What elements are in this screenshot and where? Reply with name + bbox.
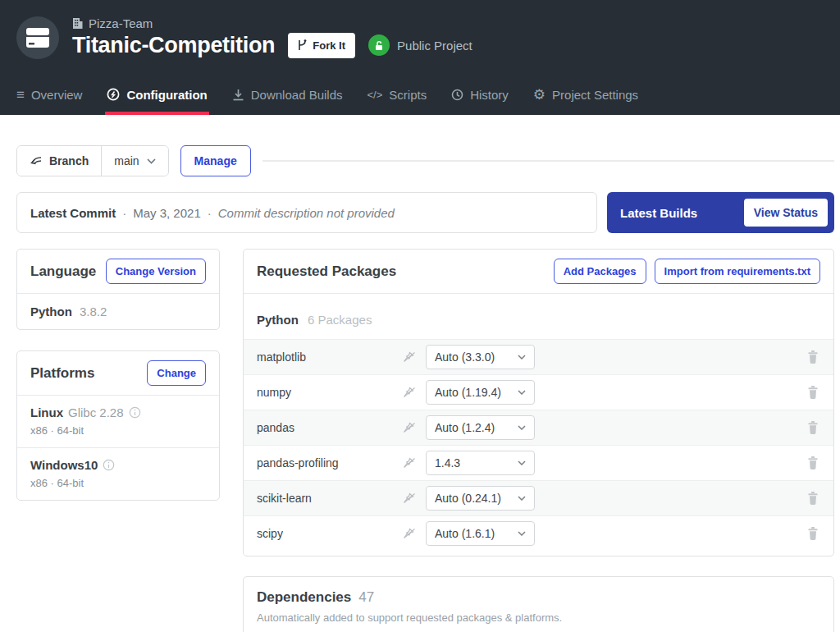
tab-history-label: History: [470, 88, 509, 102]
import-requirements-button[interactable]: Import from requirements.txt: [655, 259, 820, 284]
package-group-name: Python: [257, 313, 299, 327]
dependencies-title: Dependencies: [257, 589, 351, 606]
commit-row: Latest Commit · May 3, 2021 · Commit des…: [16, 192, 834, 233]
dependencies-subtitle: Automatically added to support requested…: [257, 611, 820, 624]
gear-icon: ⚙: [533, 88, 546, 102]
version-value: Auto (1.19.4): [435, 386, 501, 399]
app-header: Pizza-Team Titanic-Competition Fork It: [0, 0, 840, 74]
main-content: Branch main Manage Latest Commit · May 3…: [0, 115, 840, 632]
pin-disabled-icon[interactable]: [398, 386, 421, 399]
branch-label: Branch: [49, 154, 89, 167]
version-select[interactable]: Auto (1.19.4): [426, 380, 535, 405]
trash-icon: [807, 492, 819, 505]
latest-commit-bar: Latest Commit · May 3, 2021 · Commit des…: [16, 192, 597, 233]
version-select[interactable]: 1.4.3: [426, 451, 535, 475]
package-row: numpy Auto (1.19.4): [244, 374, 833, 410]
requested-packages-card: Requested Packages Add Packages Import f…: [243, 249, 834, 556]
tab-project-settings[interactable]: ⚙ Project Settings: [533, 74, 638, 115]
delete-package-button[interactable]: [806, 490, 820, 506]
info-icon[interactable]: [129, 406, 141, 419]
version-select[interactable]: Auto (1.2.4): [426, 415, 535, 440]
fork-icon: [298, 39, 307, 51]
delete-package-button[interactable]: [806, 384, 820, 401]
package-row: pandas Auto (1.2.4): [244, 410, 833, 445]
pin-disabled-icon[interactable]: [398, 492, 421, 505]
info-icon[interactable]: [103, 459, 115, 471]
version-value: Auto (3.3.0): [435, 350, 495, 364]
delete-package-button[interactable]: [806, 455, 820, 471]
trash-icon: [807, 421, 819, 434]
platforms-card-title: Platforms: [30, 365, 94, 382]
unlock-icon: [368, 34, 390, 56]
chevron-down-icon: [518, 531, 526, 536]
add-packages-button[interactable]: Add Packages: [554, 259, 646, 284]
menu-icon: ≡: [16, 88, 25, 102]
version-value: 1.4.3: [435, 456, 460, 469]
package-row: pandas-profiling 1.4.3: [244, 445, 833, 480]
tab-scripts-label: Scripts: [389, 88, 427, 102]
language-version: 3.8.2: [80, 305, 107, 318]
primary-nav: ≡ Overview Configuration Download Builds…: [0, 74, 840, 115]
chevron-down-icon: [518, 390, 526, 395]
separator-dot: ·: [122, 206, 126, 220]
version-value: Auto (1.2.4): [435, 421, 495, 434]
change-version-button[interactable]: Change Version: [106, 259, 206, 284]
branch-icon: [30, 156, 42, 166]
commit-date: May 3, 2021: [133, 206, 201, 220]
tab-scripts[interactable]: </> Scripts: [368, 74, 427, 115]
version-value: Auto (1.6.1): [435, 527, 495, 540]
language-row: Python 3.8.2: [17, 294, 219, 329]
visibility-label: Public Project: [397, 39, 472, 53]
chevron-down-icon: [147, 158, 156, 164]
separator-dot: ·: [208, 206, 212, 220]
change-platforms-button[interactable]: Change: [147, 360, 206, 386]
pin-disabled-icon[interactable]: [398, 350, 421, 364]
platform-row-windows: Windows10 x86 · 64-bit: [17, 447, 219, 500]
project-card-icon: [25, 27, 50, 48]
platform-row-linux: Linux Glibc 2.28 x86 · 64-bit: [17, 396, 219, 447]
visibility-badge: Public Project: [368, 34, 472, 56]
tab-download-builds-label: Download Builds: [251, 88, 343, 102]
package-group-header: Python 6 Packages: [244, 294, 833, 339]
configuration-icon: [107, 88, 120, 101]
platform-arch: x86 · 64-bit: [30, 477, 206, 489]
pin-disabled-icon[interactable]: [398, 456, 421, 469]
tab-history[interactable]: History: [451, 74, 509, 115]
delete-package-button[interactable]: [806, 349, 820, 365]
tab-configuration[interactable]: Configuration: [107, 74, 207, 115]
tab-overview-label: Overview: [31, 88, 83, 102]
commit-description: Commit description not provided: [218, 206, 395, 220]
page-title: Titanic-Competition: [72, 33, 275, 58]
delete-package-button[interactable]: [806, 419, 820, 436]
package-row: matplotlib Auto (3.3.0): [244, 339, 833, 374]
version-value: Auto (0.24.1): [435, 492, 501, 505]
package-row: scikit-learn Auto (0.24.1): [244, 480, 833, 515]
chevron-down-icon: [518, 425, 526, 430]
language-card-title: Language: [30, 263, 96, 280]
pin-disabled-icon[interactable]: [398, 421, 421, 434]
delete-package-button[interactable]: [806, 525, 820, 542]
project-avatar: [16, 16, 59, 59]
package-name: pandas-profiling: [257, 456, 398, 469]
branch-select[interactable]: main: [101, 146, 167, 176]
tab-overview[interactable]: ≡ Overview: [16, 74, 82, 115]
team-name[interactable]: Pizza-Team: [89, 16, 153, 30]
fork-button-label: Fork It: [313, 39, 345, 52]
view-status-button[interactable]: View Status: [744, 199, 828, 227]
package-name: pandas: [257, 421, 398, 434]
latest-builds-bar: Latest Builds View Status: [607, 192, 834, 233]
version-select[interactable]: Auto (1.6.1): [426, 521, 535, 546]
pin-disabled-icon[interactable]: [398, 527, 421, 540]
code-icon: </>: [368, 89, 383, 100]
version-select[interactable]: Auto (3.3.0): [426, 345, 535, 369]
tab-download-builds[interactable]: Download Builds: [232, 74, 343, 115]
version-select[interactable]: Auto (0.24.1): [426, 486, 535, 511]
trash-icon: [807, 456, 819, 469]
tab-project-settings-label: Project Settings: [552, 88, 638, 102]
branch-toolbar: Branch main Manage: [16, 145, 834, 176]
tab-configuration-label: Configuration: [126, 88, 207, 102]
latest-builds-label: Latest Builds: [620, 206, 697, 220]
branch-button[interactable]: Branch: [17, 146, 101, 176]
manage-button[interactable]: Manage: [180, 145, 251, 176]
fork-button[interactable]: Fork It: [288, 33, 355, 58]
